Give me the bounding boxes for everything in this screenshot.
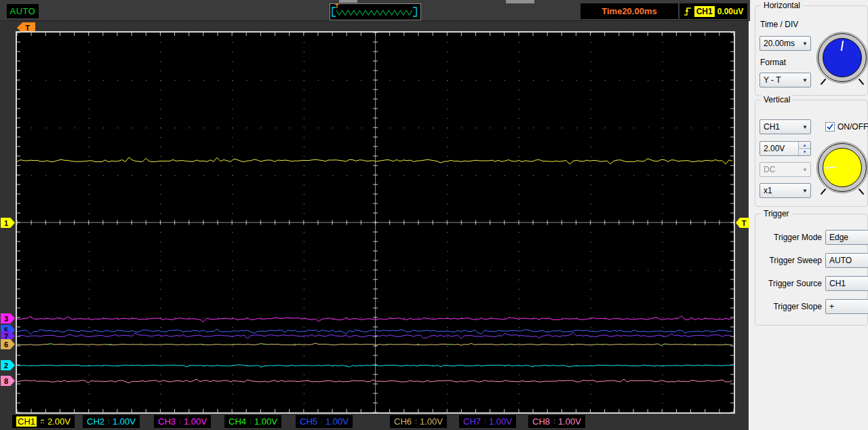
channel-label-ch6[interactable]: CH61.00V bbox=[390, 415, 447, 428]
channel-volts: 1.00V bbox=[254, 416, 277, 427]
knob-leg bbox=[859, 79, 865, 85]
channel-volts: 1.00V bbox=[184, 416, 207, 427]
spin-up-button[interactable]: ▲ bbox=[799, 142, 810, 149]
spinner-buttons: ▲ ▼ bbox=[798, 142, 810, 155]
format-value: Y - T bbox=[760, 75, 800, 85]
chevron-down-icon: ▼ bbox=[800, 188, 810, 194]
status-bar: AUTO T Time20.00ms CH1 0.00uV bbox=[0, 0, 750, 21]
chevron-down-icon: ▼ bbox=[800, 124, 810, 130]
channel-volts: 1.00V bbox=[420, 416, 443, 427]
channel-marker-6[interactable]: 6 bbox=[1, 339, 15, 349]
channel-select-dropdown[interactable]: CH1 ▼ bbox=[760, 119, 811, 134]
dc-coupling-icon bbox=[179, 418, 180, 425]
channel-marker-1[interactable]: 1 bbox=[1, 218, 15, 228]
probe-dropdown[interactable]: x1 ▼ bbox=[760, 183, 811, 198]
channel-volts: 1.00V bbox=[326, 416, 349, 427]
preview-trigger-marker: T bbox=[335, 3, 339, 9]
scope-region: AUTO T Time20.00ms CH1 0.00uV T 1357628 … bbox=[0, 0, 750, 430]
format-label: Format bbox=[760, 58, 786, 67]
trigger-sweep-dropdown[interactable]: AUTO▼ bbox=[825, 253, 868, 268]
trace-ch7 bbox=[17, 332, 732, 338]
dc-coupling-icon bbox=[415, 418, 416, 425]
trace-ch8 bbox=[17, 379, 732, 383]
trace-ch6 bbox=[17, 343, 732, 345]
channel-label-ch1[interactable]: CH12.00V bbox=[12, 415, 75, 428]
channel-marker-2[interactable]: 2 bbox=[1, 360, 15, 370]
time-div-label: Time / DIV bbox=[760, 20, 798, 29]
scope-grid bbox=[17, 33, 734, 412]
trigger-slope-dropdown[interactable]: +▼ bbox=[825, 299, 868, 314]
preview-trace bbox=[336, 10, 412, 16]
acquisition-status-text: AUTO bbox=[10, 6, 36, 16]
vertical-knob[interactable] bbox=[816, 142, 868, 193]
trigger-group-title: Trigger bbox=[761, 209, 792, 218]
channel-label-ch4[interactable]: CH41.00V bbox=[224, 415, 281, 428]
channel-label-ch3[interactable]: CH31.00V bbox=[154, 415, 211, 428]
spin-down-button[interactable]: ▼ bbox=[799, 149, 810, 156]
dropdown-value: + bbox=[826, 302, 868, 311]
channel-name: CH1 bbox=[16, 416, 37, 427]
horizontal-knob[interactable] bbox=[816, 32, 868, 83]
channel-volts: 2.00V bbox=[47, 416, 71, 427]
trigger-group: Trigger Trigger ModeEdge▼Trigger SweepAU… bbox=[755, 214, 868, 326]
channel-name: CH5 bbox=[300, 416, 317, 427]
trigger-row-label: Trigger Sweep bbox=[755, 256, 822, 265]
control-panel: Horizontal Time / DIV 20.00ms ▼ Format Y… bbox=[751, 0, 868, 430]
chevron-down-icon: ▼ bbox=[800, 77, 810, 83]
scope-canvas bbox=[17, 33, 734, 412]
channel-on-off-checkbox[interactable] bbox=[825, 122, 835, 132]
trigger-mode-dropdown[interactable]: Edge▼ bbox=[825, 230, 868, 245]
preview-right-bracket-icon bbox=[413, 7, 416, 16]
format-dropdown[interactable]: Y - T ▼ bbox=[760, 73, 811, 87]
trigger-source-badge: CH1 bbox=[694, 6, 715, 17]
knob-leg bbox=[821, 189, 827, 195]
channel-label-ch5[interactable]: CH51.00V bbox=[296, 415, 353, 428]
dropdown-value: CH1 bbox=[826, 279, 868, 288]
volts-div-spinner[interactable]: 2.00V ▲ ▼ bbox=[760, 141, 811, 156]
knob-leg bbox=[821, 79, 827, 85]
horizontal-group-title: Horizontal bbox=[761, 1, 803, 10]
channel-name: CH8 bbox=[532, 416, 550, 427]
timebase-readout: Time20.00ms bbox=[580, 3, 678, 19]
waveform-preview: T bbox=[330, 3, 421, 20]
trigger-level-marker[interactable]: T bbox=[736, 218, 749, 228]
trigger-row-label: Trigger Mode bbox=[755, 233, 822, 242]
trace-ch5 bbox=[17, 329, 732, 334]
coupling-value: DC bbox=[760, 165, 800, 174]
channel-volts: 1.00V bbox=[558, 416, 581, 427]
dc-coupling-icon bbox=[553, 418, 555, 425]
on-off-label: ON/OFF bbox=[837, 122, 868, 132]
channel-label-ch7[interactable]: CH71.00V bbox=[459, 415, 516, 428]
channel-name: CH4 bbox=[229, 416, 246, 427]
trigger-level-text: 0.00uV bbox=[717, 7, 744, 16]
dropdown-value: AUTO bbox=[826, 256, 868, 265]
timebase-text: Time20.00ms bbox=[601, 6, 656, 16]
channel-label-ch2[interactable]: CH21.00V bbox=[83, 415, 140, 428]
trigger-source-dropdown[interactable]: CH1▼ bbox=[825, 276, 868, 291]
time-div-dropdown[interactable]: 20.00ms ▼ bbox=[760, 36, 811, 51]
time-div-value: 20.00ms bbox=[760, 39, 800, 48]
channel-select-value: CH1 bbox=[760, 122, 800, 132]
channel-marker-8[interactable]: 8 bbox=[1, 376, 15, 386]
trace-ch3 bbox=[17, 316, 732, 322]
dc-coupling-icon bbox=[250, 418, 251, 425]
vertical-group: Vertical CH1 ▼ ON/OFF 2.00V ▲ ▼ DC ▼ x1 … bbox=[755, 100, 868, 207]
dc-coupling-icon bbox=[40, 418, 44, 425]
dc-coupling-icon bbox=[108, 418, 109, 425]
coupling-dropdown[interactable]: DC ▼ bbox=[760, 162, 811, 177]
trigger-row-label: Trigger Source bbox=[755, 279, 822, 288]
vertical-group-title: Vertical bbox=[761, 95, 793, 104]
scope-display bbox=[16, 31, 735, 414]
preview-waveform-icon bbox=[330, 5, 419, 19]
dc-coupling-icon bbox=[321, 418, 322, 425]
trace-ch1 bbox=[17, 157, 732, 164]
chevron-down-icon: ▼ bbox=[800, 41, 810, 47]
chevron-down-icon: ▼ bbox=[800, 167, 810, 173]
trigger-row-label: Trigger Slope bbox=[755, 302, 822, 311]
channel-marker-3[interactable]: 3 bbox=[1, 313, 15, 324]
channel-label-ch8[interactable]: CH81.00V bbox=[528, 415, 585, 428]
channel-name: CH6 bbox=[394, 416, 412, 427]
channel-volts: 1.00V bbox=[113, 416, 136, 427]
top-notch bbox=[339, 0, 357, 3]
channel-name: CH2 bbox=[87, 416, 104, 427]
